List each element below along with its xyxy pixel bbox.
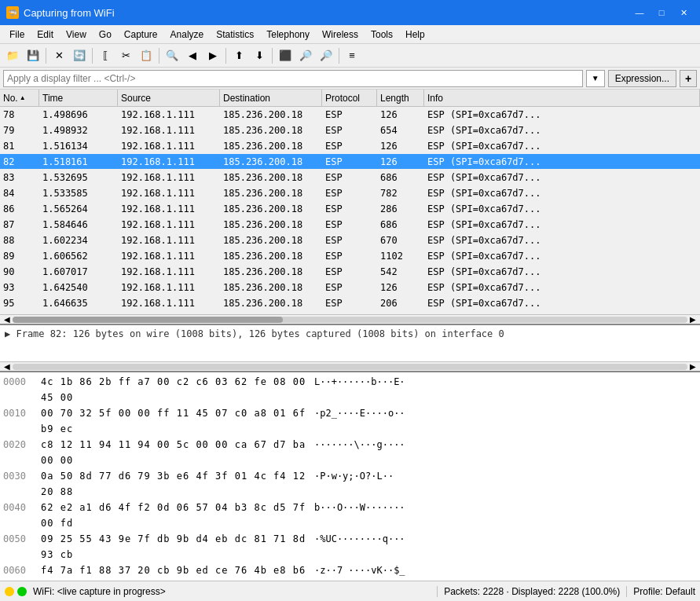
table-row[interactable]: 791.498932192.168.1.111185.236.200.18ESP… [0, 123, 700, 138]
window-controls[interactable]: — □ ✕ [629, 2, 694, 23]
table-row[interactable]: 891.606562192.168.1.111185.236.200.18ESP… [0, 248, 700, 264]
close-button[interactable]: ✕ [673, 2, 694, 23]
cell-info: ESP (SPI=0xca67d7... [424, 266, 700, 278]
cell-info: ESP (SPI=0xca67d7... [424, 124, 700, 137]
menu-bar: FileEditViewGoCaptureAnalyzeStatisticsTe… [0, 25, 700, 44]
stop-capture-btn[interactable]: ⬛ [276, 46, 295, 65]
table-row[interactable]: 871.584646192.168.1.111185.236.200.18ESP… [0, 217, 700, 233]
table-row[interactable]: 811.516134192.168.1.111185.236.200.18ESP… [0, 138, 700, 154]
time-col-header[interactable]: Time [39, 90, 118, 106]
menu-item-statistics[interactable]: Statistics [210, 27, 260, 42]
copy-btn[interactable]: 📋 [137, 46, 156, 65]
table-row[interactable]: 831.532695192.168.1.111185.236.200.18ESP… [0, 170, 700, 185]
detail-scroll-right[interactable]: ▶ [687, 362, 698, 371]
detail-scrollbar-track[interactable] [13, 364, 687, 370]
save-btn[interactable]: 💾 [24, 46, 42, 65]
cell-source: 192.168.1.111 [118, 187, 220, 200]
toolbar-separator [339, 48, 339, 64]
hex-ascii: b···O···W······· [314, 500, 405, 531]
packet-list-container: No.▲TimeSourceDestinationProtocolLengthI… [0, 90, 700, 325]
cell-dest: 185.236.200.18 [220, 171, 322, 184]
filter-input[interactable] [3, 70, 583, 87]
menu-item-telephony[interactable]: Telephony [260, 27, 316, 42]
expression-button[interactable]: Expression... [608, 70, 676, 87]
cell-dest: 185.236.200.18 [220, 124, 322, 137]
reload-btn[interactable]: 🔄 [70, 46, 89, 65]
info-col-header[interactable]: Info [424, 90, 700, 106]
zoom-out-btn[interactable]: 🔎 [317, 46, 335, 65]
source-col-header[interactable]: Source [118, 90, 220, 106]
prev-btn[interactable]: ◀ [183, 46, 202, 65]
cell-proto: ESP [322, 297, 377, 310]
go-last-btn[interactable]: ⬇ [250, 46, 269, 65]
menu-item-capture[interactable]: Capture [118, 27, 164, 42]
cell-source: 192.168.1.111 [118, 218, 220, 231]
cell-no: 90 [0, 266, 39, 278]
packet-list-scrollbar[interactable]: ◀ ▶ [0, 314, 700, 324]
hex-bytes: 4c 1b 86 2b ff a7 00 c2 c6 03 62 fe 08 0… [41, 374, 308, 405]
find-btn[interactable]: 🔍 [163, 46, 181, 65]
hex-offset: 0020 [3, 437, 35, 468]
cell-time: 1.532695 [39, 171, 118, 184]
hex-dump-content: 00004c 1b 86 2b ff a7 00 c2 c6 03 62 fe … [0, 372, 700, 581]
table-row[interactable]: 841.533585192.168.1.111185.236.200.18ESP… [0, 185, 700, 201]
filter-dropdown[interactable]: ▼ [586, 70, 605, 87]
table-row[interactable]: 951.646635192.168.1.111185.236.200.18ESP… [0, 295, 700, 311]
cell-no: 86 [0, 203, 39, 215]
cell-source: 192.168.1.111 [118, 234, 220, 247]
cell-no: 84 [0, 187, 39, 200]
table-row[interactable]: 931.642540192.168.1.111185.236.200.18ESP… [0, 280, 700, 295]
hex-offset: 0030 [3, 468, 35, 500]
menu-item-tools[interactable]: Tools [365, 27, 399, 42]
cut-btn[interactable]: ✂ [116, 46, 135, 65]
cell-dest: 185.236.200.18 [220, 140, 322, 152]
menu-item-edit[interactable]: Edit [31, 27, 60, 42]
dest-col-header[interactable]: Destination [220, 90, 322, 106]
next-btn[interactable]: ▶ [203, 46, 222, 65]
menu-item-view[interactable]: View [60, 27, 93, 42]
table-row[interactable]: 901.607017192.168.1.111185.236.200.18ESP… [0, 264, 700, 280]
cell-no: 79 [0, 124, 39, 137]
close-btn[interactable]: ✕ [49, 46, 68, 65]
table-row[interactable]: 781.498696192.168.1.111185.236.200.18ESP… [0, 107, 700, 123]
menu-item-file[interactable]: File [3, 27, 31, 42]
packet-detail-text: ▶ Frame 82: 126 bytes on wire (1008 bits… [3, 327, 697, 341]
scroll-left-btn[interactable]: ◀ [2, 315, 13, 324]
menu-item-wireless[interactable]: Wireless [316, 27, 365, 42]
minimize-button[interactable]: — [629, 2, 650, 23]
length-col-header[interactable]: Length [377, 90, 424, 106]
cell-proto: ESP [322, 156, 377, 168]
menu-item-analyze[interactable]: Analyze [164, 27, 211, 42]
cell-length: 126 [377, 108, 424, 121]
packet-detail-content: ▶ Frame 82: 126 bytes on wire (1008 bits… [0, 325, 700, 361]
capture-options-btn[interactable]: ⟦ [96, 46, 115, 65]
hex-offset: 0000 [3, 374, 35, 405]
hex-offset: 0040 [3, 500, 35, 531]
maximize-button[interactable]: □ [651, 2, 672, 23]
go-first-btn[interactable]: ⬆ [229, 46, 248, 65]
menu-item-help[interactable]: Help [399, 27, 431, 42]
horizontal-scrollbar[interactable] [13, 317, 687, 323]
table-row[interactable]: 821.518161192.168.1.111185.236.200.18ESP… [0, 154, 700, 170]
settings-btn[interactable]: ≡ [343, 46, 361, 65]
cell-info: ESP (SPI=0xca67d7... [424, 297, 700, 310]
no-col-header[interactable]: No.▲ [0, 90, 39, 106]
table-row[interactable]: 881.602234192.168.1.111185.236.200.18ESP… [0, 233, 700, 248]
scroll-right-btn[interactable]: ▶ [687, 315, 698, 324]
open-file-btn[interactable]: 📁 [3, 46, 22, 65]
zoom-in-btn[interactable]: 🔎 [296, 46, 315, 65]
menu-item-go[interactable]: Go [93, 27, 118, 42]
hex-offset: 0050 [3, 531, 35, 563]
proto-col-header[interactable]: Protocol [322, 90, 377, 106]
scrollbar-thumb[interactable] [13, 317, 283, 323]
add-filter-button[interactable]: + [680, 70, 697, 87]
hex-bytes: 00 70 32 5f 00 00 ff 11 45 07 c0 a8 01 6… [41, 405, 308, 437]
table-row[interactable]: 861.565264192.168.1.111185.236.200.18ESP… [0, 201, 700, 217]
detail-scrollbar[interactable]: ◀ ▶ [0, 361, 700, 371]
detail-scroll-left[interactable]: ◀ [2, 362, 13, 371]
hex-ascii: ·P·w·y;·O?·L·· [314, 468, 394, 500]
cell-dest: 185.236.200.18 [220, 203, 322, 215]
cell-time: 1.518161 [39, 156, 118, 168]
cell-length: 126 [377, 140, 424, 152]
packet-list[interactable]: 781.498696192.168.1.111185.236.200.18ESP… [0, 107, 700, 314]
